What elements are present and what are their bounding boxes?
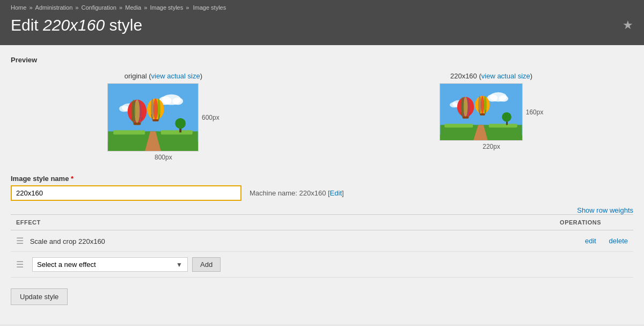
- page-title: Edit 220x160 style ★: [11, 16, 633, 34]
- operations-col-header: OPERATIONS: [358, 215, 633, 230]
- view-actual-size-resized-link[interactable]: view actual size: [481, 72, 530, 80]
- svg-rect-31: [444, 124, 473, 128]
- delete-effect-link[interactable]: delete: [609, 237, 628, 245]
- svg-point-22: [151, 99, 154, 120]
- breadcrumb-home[interactable]: Home: [11, 4, 26, 11]
- add-effect-button[interactable]: Add: [192, 257, 221, 272]
- add-effect-cell: ☰ Select a new effect ▼ Add: [11, 252, 633, 278]
- breadcrumb-image-styles[interactable]: Image styles: [150, 4, 183, 11]
- svg-point-21: [153, 99, 158, 120]
- row-weights-row: Show row weights: [11, 206, 633, 214]
- view-actual-size-original-link[interactable]: view actual size: [151, 72, 200, 80]
- edit-effect-link[interactable]: edit: [585, 237, 596, 245]
- page-header: Home » Administration » Configuration » …: [0, 0, 644, 45]
- effect-name-text: Scale and crop 220x160: [30, 237, 105, 245]
- drag-handle-icon[interactable]: ☰: [16, 236, 24, 245]
- preview-section: original (view actual size): [11, 72, 633, 161]
- svg-point-10: [172, 98, 183, 105]
- preview-resized: 220x160 (view actual size): [440, 72, 544, 150]
- preview-resized-caption: 220x160 (view actual size): [450, 72, 532, 80]
- machine-name-edit-link[interactable]: Edit: [330, 189, 342, 197]
- image-style-form: Image style name * Machine name: 220x160…: [11, 175, 633, 201]
- svg-rect-5: [161, 131, 193, 135]
- effect-cell: ☰ Scale and crop 220x160: [11, 230, 358, 252]
- image-style-name-field-row: Machine name: 220x160 [Edit]: [11, 185, 633, 201]
- preview-original-image: [107, 83, 199, 151]
- preview-resized-width-px: 220px: [482, 143, 500, 150]
- svg-point-50: [484, 96, 487, 114]
- table-row: ☰ Scale and crop 220x160 edit delete: [11, 230, 633, 252]
- preview-original-height-px: 600px: [202, 114, 219, 121]
- svg-point-37: [499, 96, 508, 102]
- svg-point-7: [175, 118, 186, 129]
- add-drag-handle-icon: ☰: [16, 259, 24, 270]
- required-marker: *: [71, 175, 74, 183]
- actions-section: Update style: [11, 288, 633, 305]
- update-style-button[interactable]: Update style: [11, 288, 68, 305]
- image-style-name-label: Image style name *: [11, 175, 633, 183]
- svg-rect-4: [113, 131, 145, 135]
- preview-original: original (view actual size): [107, 72, 219, 161]
- preview-resized-image: [440, 83, 523, 141]
- preview-resized-height-px: 160px: [526, 108, 544, 116]
- preview-label: Preview: [11, 56, 633, 64]
- bookmark-star-icon[interactable]: ★: [623, 18, 633, 32]
- breadcrumb-media[interactable]: Media: [125, 4, 141, 11]
- svg-point-12: [119, 105, 129, 112]
- svg-point-49: [478, 96, 481, 114]
- breadcrumb-configuration[interactable]: Configuration: [82, 4, 116, 11]
- svg-point-23: [157, 99, 160, 120]
- svg-rect-46: [462, 117, 469, 119]
- machine-name-text: Machine name: 220x160 [Edit]: [250, 189, 344, 197]
- breadcrumb: Home » Administration » Configuration » …: [11, 0, 633, 16]
- svg-point-34: [502, 112, 511, 122]
- operations-cell: edit delete: [358, 230, 633, 252]
- add-effect-inner: ☰ Select a new effect ▼ Add: [16, 257, 628, 272]
- svg-rect-26: [152, 119, 159, 121]
- svg-rect-53: [480, 113, 485, 115]
- image-style-name-input[interactable]: [11, 185, 241, 201]
- preview-original-caption: original (view actual size): [125, 72, 202, 80]
- effect-select-wrapper: Select a new effect ▼: [32, 257, 188, 272]
- svg-rect-32: [488, 124, 517, 128]
- svg-point-39: [450, 102, 458, 107]
- show-row-weights-link[interactable]: Show row weights: [577, 206, 633, 214]
- breadcrumb-current: Image styles: [193, 4, 226, 11]
- preview-original-width-px: 800px: [155, 154, 172, 161]
- effects-table: EFFECT OPERATIONS ☰ Scale and crop 220x1…: [11, 214, 633, 278]
- add-effect-row: ☰ Select a new effect ▼ Add: [11, 252, 633, 278]
- effect-col-header: EFFECT: [11, 215, 358, 230]
- select-new-effect-dropdown[interactable]: Select a new effect: [32, 257, 188, 272]
- breadcrumb-administration[interactable]: Administration: [35, 4, 73, 11]
- svg-point-19: [131, 100, 136, 123]
- main-content: Preview original (view actual size): [0, 45, 644, 324]
